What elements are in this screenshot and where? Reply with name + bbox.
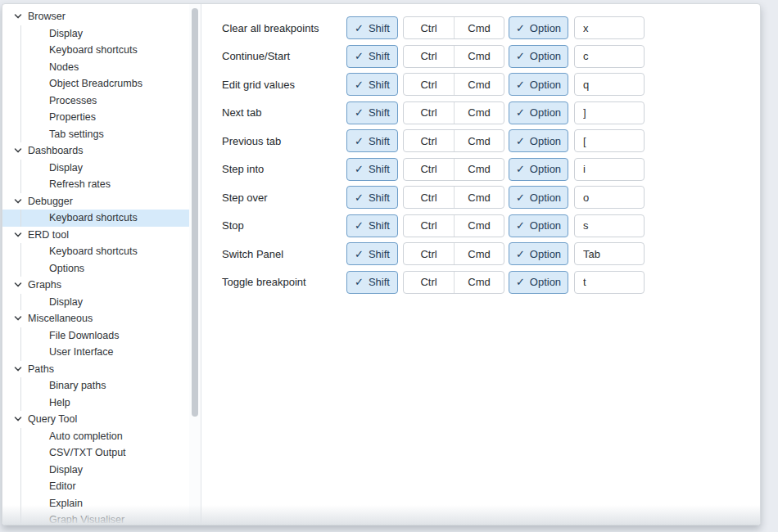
- option-toggle[interactable]: ✓Option: [509, 101, 568, 124]
- cmd-toggle[interactable]: Cmd: [454, 159, 504, 180]
- cmd-toggle[interactable]: Cmd: [454, 74, 504, 95]
- check-icon: ✓: [355, 106, 364, 119]
- ctrl-toggle[interactable]: Ctrl: [404, 74, 454, 95]
- option-toggle-label: Option: [530, 79, 561, 91]
- tree-item-erd-tool-options[interactable]: Options: [2, 260, 201, 277]
- cmd-toggle[interactable]: Cmd: [454, 130, 504, 151]
- scrollbar-thumb[interactable]: [192, 8, 198, 417]
- tree-item-paths-binary-paths[interactable]: Binary paths: [2, 377, 201, 394]
- shift-toggle[interactable]: ✓Shift: [346, 129, 398, 152]
- tree-item-query-tool-auto-completion[interactable]: Auto completion: [2, 428, 201, 445]
- tree-item-browser-display[interactable]: Display: [2, 25, 201, 43]
- shift-toggle[interactable]: ✓Shift: [346, 101, 398, 124]
- tree-parent-query-tool[interactable]: Query Tool: [2, 411, 201, 428]
- key-input[interactable]: [574, 186, 645, 209]
- key-input[interactable]: [574, 271, 645, 294]
- key-input[interactable]: [574, 158, 645, 181]
- chevron-down-icon[interactable]: [13, 364, 23, 374]
- cmd-toggle[interactable]: Cmd: [454, 243, 504, 264]
- ctrl-toggle[interactable]: Ctrl: [404, 159, 454, 180]
- option-toggle[interactable]: ✓Option: [509, 45, 568, 68]
- cmd-toggle[interactable]: Cmd: [454, 46, 504, 67]
- option-toggle[interactable]: ✓Option: [509, 271, 568, 294]
- option-toggle[interactable]: ✓Option: [509, 242, 568, 265]
- cmd-toggle[interactable]: Cmd: [454, 102, 504, 124]
- shift-toggle-label: Shift: [369, 276, 390, 288]
- option-toggle[interactable]: ✓Option: [509, 158, 568, 181]
- tree-parent-paths[interactable]: Paths: [2, 361, 201, 378]
- shift-toggle[interactable]: ✓Shift: [346, 214, 398, 237]
- key-input[interactable]: [574, 73, 645, 96]
- ctrl-toggle[interactable]: Ctrl: [404, 272, 454, 293]
- tree-item-query-tool-editor[interactable]: Editor: [2, 478, 201, 495]
- option-toggle[interactable]: ✓Option: [509, 129, 568, 152]
- tree-item-dashboards-refresh-rates[interactable]: Refresh rates: [2, 176, 201, 193]
- tree-parent-debugger[interactable]: Debugger: [2, 193, 201, 210]
- check-icon: ✓: [355, 192, 364, 204]
- shortcut-row-step-over: Step over✓ShiftCtrlCmd✓Option: [222, 186, 760, 209]
- tree-parent-erd-tool[interactable]: ERD tool: [2, 227, 201, 244]
- tree-group-graphs: GraphsDisplay: [2, 277, 201, 310]
- tree-item-browser-object-breadcrumbs[interactable]: Object Breadcrumbs: [2, 75, 201, 92]
- shift-toggle[interactable]: ✓Shift: [346, 73, 398, 96]
- check-icon: ✓: [355, 22, 364, 34]
- cmd-toggle[interactable]: Cmd: [454, 272, 504, 293]
- ctrl-toggle[interactable]: Ctrl: [404, 102, 454, 124]
- tree-item-paths-help[interactable]: Help: [2, 394, 201, 412]
- ctrl-toggle[interactable]: Ctrl: [404, 130, 454, 151]
- tree-item-browser-keyboard-shortcuts[interactable]: Keyboard shortcuts: [2, 42, 201, 59]
- check-icon: ✓: [355, 219, 364, 232]
- tree-item-query-tool-display[interactable]: Display: [2, 462, 201, 479]
- shift-toggle[interactable]: ✓Shift: [346, 45, 398, 68]
- tree-parent-browser[interactable]: Browser: [2, 8, 201, 25]
- tree-parent-miscellaneous[interactable]: Miscellaneous: [2, 310, 201, 327]
- chevron-down-icon[interactable]: [13, 230, 23, 240]
- cmd-toggle[interactable]: Cmd: [454, 215, 504, 237]
- ctrl-toggle[interactable]: Ctrl: [404, 215, 454, 237]
- key-input[interactable]: [574, 16, 645, 39]
- tree-item-dashboards-display[interactable]: Display: [2, 160, 201, 177]
- tree-item-debugger-keyboard-shortcuts[interactable]: Keyboard shortcuts: [2, 210, 201, 227]
- tree-item-browser-tab-settings[interactable]: Tab settings: [2, 126, 201, 143]
- tree-item-query-tool-graph-visualiser[interactable]: Graph Visualiser: [2, 512, 201, 525]
- shift-toggle[interactable]: ✓Shift: [346, 16, 398, 39]
- tree-item-browser-nodes[interactable]: Nodes: [2, 59, 201, 76]
- key-input[interactable]: [574, 101, 645, 124]
- chevron-down-icon[interactable]: [13, 414, 23, 424]
- shift-toggle[interactable]: ✓Shift: [346, 158, 398, 181]
- key-input[interactable]: [574, 214, 645, 237]
- cmd-toggle[interactable]: Cmd: [454, 187, 504, 208]
- tree-item-miscellaneous-user-interface[interactable]: User Interface: [2, 344, 201, 361]
- chevron-down-icon[interactable]: [13, 313, 23, 323]
- key-input[interactable]: [574, 242, 645, 265]
- option-toggle[interactable]: ✓Option: [509, 186, 568, 209]
- key-input[interactable]: [574, 129, 645, 152]
- tree-item-browser-processes[interactable]: Processes: [2, 92, 201, 110]
- cmd-toggle[interactable]: Cmd: [454, 17, 504, 38]
- sidebar-scrollbar[interactable]: [189, 4, 201, 525]
- shift-toggle[interactable]: ✓Shift: [346, 271, 398, 294]
- key-input[interactable]: [574, 45, 645, 68]
- option-toggle[interactable]: ✓Option: [509, 73, 568, 96]
- ctrl-toggle[interactable]: Ctrl: [404, 187, 454, 208]
- shift-toggle[interactable]: ✓Shift: [346, 186, 398, 209]
- ctrl-toggle[interactable]: Ctrl: [404, 243, 454, 264]
- chevron-down-icon[interactable]: [13, 280, 23, 290]
- chevron-down-icon[interactable]: [13, 146, 23, 156]
- option-toggle[interactable]: ✓Option: [509, 16, 568, 39]
- tree-item-browser-properties[interactable]: Properties: [2, 109, 201, 126]
- tree-parent-dashboards[interactable]: Dashboards: [2, 142, 201, 160]
- shift-toggle[interactable]: ✓Shift: [346, 242, 398, 265]
- tree-parent-graphs[interactable]: Graphs: [2, 277, 201, 294]
- ctrl-toggle[interactable]: Ctrl: [404, 46, 454, 67]
- tree-item-graphs-display[interactable]: Display: [2, 294, 201, 311]
- tree-item-query-tool-explain[interactable]: Explain: [2, 495, 201, 512]
- tree-item-erd-tool-keyboard-shortcuts[interactable]: Keyboard shortcuts: [2, 243, 201, 260]
- shortcut-controls: ✓ShiftCtrlCmd✓Option: [346, 45, 645, 68]
- option-toggle[interactable]: ✓Option: [509, 214, 568, 237]
- chevron-down-icon[interactable]: [13, 196, 23, 206]
- tree-item-miscellaneous-file-downloads[interactable]: File Downloads: [2, 327, 201, 345]
- chevron-down-icon[interactable]: [13, 11, 23, 21]
- tree-item-query-tool-csv-txt-output[interactable]: CSV/TXT Output: [2, 444, 201, 462]
- ctrl-toggle[interactable]: Ctrl: [404, 17, 454, 38]
